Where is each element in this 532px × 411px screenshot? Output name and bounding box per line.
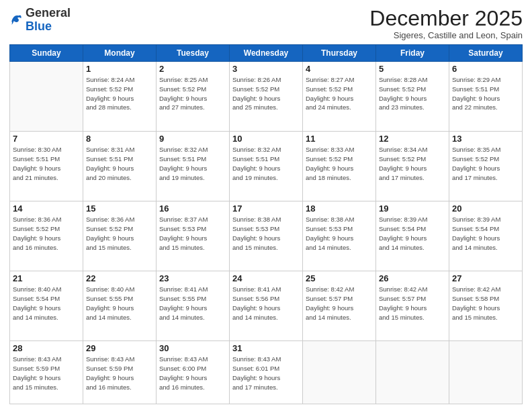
calendar-cell: 10Sunrise: 8:32 AMSunset: 5:51 PMDayligh… <box>230 132 303 201</box>
day-number: 11 <box>306 134 373 144</box>
day-header-tuesday: Tuesday <box>157 45 230 62</box>
day-number: 31 <box>232 343 300 353</box>
calendar-cell: 31Sunrise: 8:43 AMSunset: 6:01 PMDayligh… <box>230 341 303 404</box>
logo-general-text: General <box>26 6 71 19</box>
calendar-cell: 12Sunrise: 8:34 AMSunset: 5:52 PMDayligh… <box>376 132 449 201</box>
day-info: Sunrise: 8:43 AMSunset: 6:00 PMDaylight:… <box>159 355 226 392</box>
calendar-cell: 13Sunrise: 8:35 AMSunset: 5:52 PMDayligh… <box>449 132 523 201</box>
week-row-3: 21Sunrise: 8:40 AMSunset: 5:54 PMDayligh… <box>10 271 523 341</box>
day-number: 7 <box>13 134 80 144</box>
day-info: Sunrise: 8:24 AMSunset: 5:52 PMDaylight:… <box>86 75 153 112</box>
day-number: 19 <box>379 203 446 214</box>
day-info: Sunrise: 8:37 AMSunset: 5:53 PMDaylight:… <box>159 215 226 252</box>
day-info: Sunrise: 8:32 AMSunset: 5:51 PMDaylight:… <box>232 145 300 182</box>
day-info: Sunrise: 8:31 AMSunset: 5:51 PMDaylight:… <box>86 145 153 182</box>
day-number: 30 <box>159 343 226 353</box>
day-number: 3 <box>232 64 300 74</box>
calendar-header: SundayMondayTuesdayWednesdayThursdayFrid… <box>10 45 523 62</box>
day-number: 8 <box>86 134 153 144</box>
calendar-cell: 9Sunrise: 8:32 AMSunset: 5:51 PMDaylight… <box>157 132 230 201</box>
day-info: Sunrise: 8:27 AMSunset: 5:52 PMDaylight:… <box>306 75 373 112</box>
day-info: Sunrise: 8:32 AMSunset: 5:51 PMDaylight:… <box>159 145 226 182</box>
month-title: December 2025 <box>369 7 523 30</box>
calendar-cell: 29Sunrise: 8:43 AMSunset: 5:59 PMDayligh… <box>83 341 157 404</box>
day-header-wednesday: Wednesday <box>230 45 303 62</box>
week-row-2: 14Sunrise: 8:36 AMSunset: 5:52 PMDayligh… <box>10 201 523 271</box>
calendar-cell: 18Sunrise: 8:38 AMSunset: 5:53 PMDayligh… <box>303 201 376 271</box>
calendar-cell: 2Sunrise: 8:25 AMSunset: 5:52 PMDaylight… <box>157 62 230 132</box>
day-number: 22 <box>86 273 153 283</box>
calendar-cell: 6Sunrise: 8:29 AMSunset: 5:51 PMDaylight… <box>449 62 523 132</box>
calendar-cell: 1Sunrise: 8:24 AMSunset: 5:52 PMDaylight… <box>83 62 157 132</box>
day-number: 10 <box>232 134 300 144</box>
logo-bird-icon <box>9 12 23 26</box>
day-header-monday: Monday <box>83 45 157 62</box>
week-row-4: 28Sunrise: 8:43 AMSunset: 5:59 PMDayligh… <box>10 341 523 404</box>
calendar-cell: 17Sunrise: 8:38 AMSunset: 5:53 PMDayligh… <box>230 201 303 271</box>
day-info: Sunrise: 8:40 AMSunset: 5:54 PMDaylight:… <box>13 285 80 322</box>
day-header-saturday: Saturday <box>449 45 523 62</box>
day-number: 26 <box>379 273 446 283</box>
calendar-cell: 21Sunrise: 8:40 AMSunset: 5:54 PMDayligh… <box>10 271 83 341</box>
day-number: 17 <box>232 203 300 214</box>
subtitle: Sigeres, Castille and Leon, Spain <box>369 30 523 40</box>
day-info: Sunrise: 8:38 AMSunset: 5:53 PMDaylight:… <box>232 215 300 252</box>
day-number: 5 <box>379 64 446 74</box>
calendar-cell: 22Sunrise: 8:40 AMSunset: 5:55 PMDayligh… <box>83 271 157 341</box>
day-number: 20 <box>452 203 519 214</box>
day-info: Sunrise: 8:41 AMSunset: 5:55 PMDaylight:… <box>159 285 226 322</box>
day-number: 24 <box>232 273 300 283</box>
calendar-cell <box>449 341 523 404</box>
day-info: Sunrise: 8:43 AMSunset: 5:59 PMDaylight:… <box>13 355 80 392</box>
day-number: 18 <box>306 203 373 214</box>
day-info: Sunrise: 8:39 AMSunset: 5:54 PMDaylight:… <box>452 215 519 252</box>
day-number: 4 <box>306 64 373 74</box>
calendar-cell: 25Sunrise: 8:42 AMSunset: 5:57 PMDayligh… <box>303 271 376 341</box>
calendar-cell <box>303 341 376 404</box>
calendar-cell: 5Sunrise: 8:28 AMSunset: 5:52 PMDaylight… <box>376 62 449 132</box>
day-info: Sunrise: 8:26 AMSunset: 5:52 PMDaylight:… <box>232 75 300 112</box>
day-info: Sunrise: 8:40 AMSunset: 5:55 PMDaylight:… <box>86 285 153 322</box>
day-info: Sunrise: 8:43 AMSunset: 5:59 PMDaylight:… <box>86 355 153 392</box>
day-info: Sunrise: 8:41 AMSunset: 5:56 PMDaylight:… <box>232 285 300 322</box>
calendar-cell: 23Sunrise: 8:41 AMSunset: 5:55 PMDayligh… <box>157 271 230 341</box>
calendar-cell: 15Sunrise: 8:36 AMSunset: 5:52 PMDayligh… <box>83 201 157 271</box>
page: General Blue December 2025 Sigeres, Cast… <box>0 0 532 411</box>
logo: General Blue <box>9 7 71 34</box>
day-number: 15 <box>86 203 153 214</box>
day-info: Sunrise: 8:38 AMSunset: 5:53 PMDaylight:… <box>306 215 373 252</box>
calendar-cell: 20Sunrise: 8:39 AMSunset: 5:54 PMDayligh… <box>449 201 523 271</box>
calendar-body: 1Sunrise: 8:24 AMSunset: 5:52 PMDaylight… <box>10 62 523 404</box>
day-info: Sunrise: 8:25 AMSunset: 5:52 PMDaylight:… <box>159 75 226 112</box>
calendar-cell: 8Sunrise: 8:31 AMSunset: 5:51 PMDaylight… <box>83 132 157 201</box>
day-number: 25 <box>306 273 373 283</box>
day-info: Sunrise: 8:36 AMSunset: 5:52 PMDaylight:… <box>86 215 153 252</box>
day-number: 29 <box>86 343 153 353</box>
calendar-cell: 16Sunrise: 8:37 AMSunset: 5:53 PMDayligh… <box>157 201 230 271</box>
week-row-1: 7Sunrise: 8:30 AMSunset: 5:51 PMDaylight… <box>10 132 523 201</box>
day-info: Sunrise: 8:30 AMSunset: 5:51 PMDaylight:… <box>13 145 80 182</box>
day-header-sunday: Sunday <box>10 45 83 62</box>
day-header-friday: Friday <box>376 45 449 62</box>
calendar-cell: 14Sunrise: 8:36 AMSunset: 5:52 PMDayligh… <box>10 201 83 271</box>
day-info: Sunrise: 8:29 AMSunset: 5:51 PMDaylight:… <box>452 75 519 112</box>
day-number: 6 <box>452 64 519 74</box>
calendar-cell: 7Sunrise: 8:30 AMSunset: 5:51 PMDaylight… <box>10 132 83 201</box>
calendar-cell: 30Sunrise: 8:43 AMSunset: 6:00 PMDayligh… <box>157 341 230 404</box>
calendar-cell: 26Sunrise: 8:42 AMSunset: 5:57 PMDayligh… <box>376 271 449 341</box>
day-number: 12 <box>379 134 446 144</box>
day-number: 13 <box>452 134 519 144</box>
day-info: Sunrise: 8:35 AMSunset: 5:52 PMDaylight:… <box>452 145 519 182</box>
day-info: Sunrise: 8:36 AMSunset: 5:52 PMDaylight:… <box>13 215 80 252</box>
calendar-cell: 3Sunrise: 8:26 AMSunset: 5:52 PMDaylight… <box>230 62 303 132</box>
day-number: 2 <box>159 64 226 74</box>
calendar-cell: 24Sunrise: 8:41 AMSunset: 5:56 PMDayligh… <box>230 271 303 341</box>
day-info: Sunrise: 8:42 AMSunset: 5:57 PMDaylight:… <box>306 285 373 322</box>
calendar-table: SundayMondayTuesdayWednesdayThursdayFrid… <box>9 44 523 404</box>
header: General Blue December 2025 Sigeres, Cast… <box>9 7 523 40</box>
day-number: 16 <box>159 203 226 214</box>
day-info: Sunrise: 8:28 AMSunset: 5:52 PMDaylight:… <box>379 75 446 112</box>
day-info: Sunrise: 8:33 AMSunset: 5:52 PMDaylight:… <box>306 145 373 182</box>
day-number: 14 <box>13 203 80 214</box>
day-number: 27 <box>452 273 519 283</box>
